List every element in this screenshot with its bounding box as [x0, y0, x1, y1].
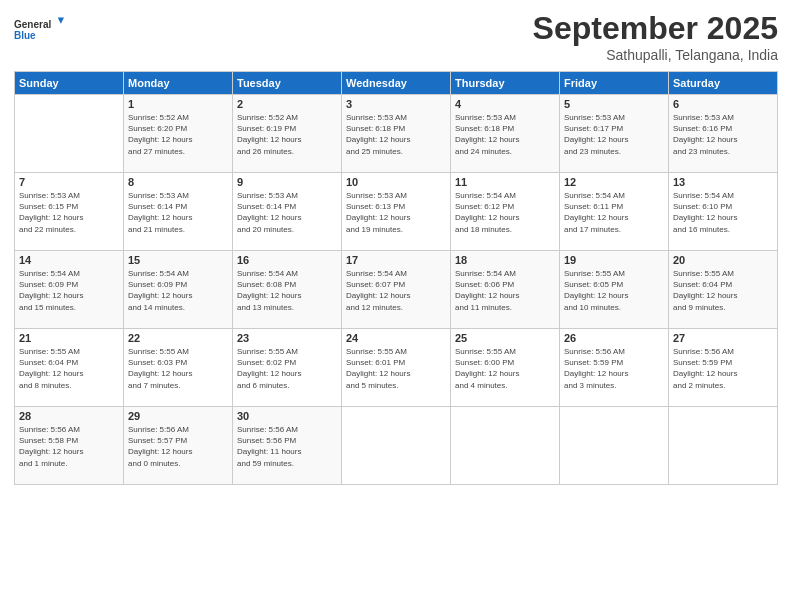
calendar-day-cell: [451, 407, 560, 485]
svg-text:Blue: Blue: [14, 30, 36, 41]
calendar-week-row: 21Sunrise: 5:55 AM Sunset: 6:04 PM Dayli…: [15, 329, 778, 407]
day-number: 2: [237, 98, 337, 110]
day-info: Sunrise: 5:53 AM Sunset: 6:14 PM Dayligh…: [128, 190, 228, 235]
calendar-day-cell: 14Sunrise: 5:54 AM Sunset: 6:09 PM Dayli…: [15, 251, 124, 329]
day-number: 6: [673, 98, 773, 110]
day-info: Sunrise: 5:53 AM Sunset: 6:18 PM Dayligh…: [455, 112, 555, 157]
calendar-day-cell: 5Sunrise: 5:53 AM Sunset: 6:17 PM Daylig…: [560, 95, 669, 173]
calendar-day-cell: 28Sunrise: 5:56 AM Sunset: 5:58 PM Dayli…: [15, 407, 124, 485]
day-info: Sunrise: 5:52 AM Sunset: 6:20 PM Dayligh…: [128, 112, 228, 157]
day-info: Sunrise: 5:53 AM Sunset: 6:17 PM Dayligh…: [564, 112, 664, 157]
day-number: 1: [128, 98, 228, 110]
day-number: 5: [564, 98, 664, 110]
calendar-day-cell: 4Sunrise: 5:53 AM Sunset: 6:18 PM Daylig…: [451, 95, 560, 173]
day-number: 14: [19, 254, 119, 266]
day-number: 10: [346, 176, 446, 188]
day-info: Sunrise: 5:55 AM Sunset: 6:05 PM Dayligh…: [564, 268, 664, 313]
day-info: Sunrise: 5:53 AM Sunset: 6:16 PM Dayligh…: [673, 112, 773, 157]
page-container: General Blue September 2025 Sathupalli, …: [0, 0, 792, 495]
calendar-day-cell: 7Sunrise: 5:53 AM Sunset: 6:15 PM Daylig…: [15, 173, 124, 251]
weekday-header: Wednesday: [342, 72, 451, 95]
day-info: Sunrise: 5:54 AM Sunset: 6:08 PM Dayligh…: [237, 268, 337, 313]
calendar-day-cell: [15, 95, 124, 173]
day-number: 17: [346, 254, 446, 266]
calendar-day-cell: 11Sunrise: 5:54 AM Sunset: 6:12 PM Dayli…: [451, 173, 560, 251]
day-info: Sunrise: 5:55 AM Sunset: 6:03 PM Dayligh…: [128, 346, 228, 391]
logo: General Blue: [14, 10, 64, 50]
calendar-day-cell: 8Sunrise: 5:53 AM Sunset: 6:14 PM Daylig…: [124, 173, 233, 251]
day-info: Sunrise: 5:52 AM Sunset: 6:19 PM Dayligh…: [237, 112, 337, 157]
day-info: Sunrise: 5:54 AM Sunset: 6:11 PM Dayligh…: [564, 190, 664, 235]
calendar-day-cell: 2Sunrise: 5:52 AM Sunset: 6:19 PM Daylig…: [233, 95, 342, 173]
title-block: September 2025 Sathupalli, Telangana, In…: [533, 10, 778, 63]
calendar-day-cell: 10Sunrise: 5:53 AM Sunset: 6:13 PM Dayli…: [342, 173, 451, 251]
day-number: 19: [564, 254, 664, 266]
day-number: 9: [237, 176, 337, 188]
day-number: 21: [19, 332, 119, 344]
calendar-day-cell: [560, 407, 669, 485]
day-number: 24: [346, 332, 446, 344]
day-info: Sunrise: 5:53 AM Sunset: 6:14 PM Dayligh…: [237, 190, 337, 235]
day-info: Sunrise: 5:55 AM Sunset: 6:04 PM Dayligh…: [19, 346, 119, 391]
day-number: 13: [673, 176, 773, 188]
calendar-day-cell: 17Sunrise: 5:54 AM Sunset: 6:07 PM Dayli…: [342, 251, 451, 329]
weekday-header: Monday: [124, 72, 233, 95]
day-info: Sunrise: 5:54 AM Sunset: 6:12 PM Dayligh…: [455, 190, 555, 235]
day-info: Sunrise: 5:54 AM Sunset: 6:09 PM Dayligh…: [19, 268, 119, 313]
calendar-day-cell: 22Sunrise: 5:55 AM Sunset: 6:03 PM Dayli…: [124, 329, 233, 407]
weekday-header: Friday: [560, 72, 669, 95]
day-info: Sunrise: 5:56 AM Sunset: 5:57 PM Dayligh…: [128, 424, 228, 469]
day-number: 30: [237, 410, 337, 422]
day-number: 15: [128, 254, 228, 266]
day-number: 4: [455, 98, 555, 110]
day-number: 27: [673, 332, 773, 344]
calendar-day-cell: 6Sunrise: 5:53 AM Sunset: 6:16 PM Daylig…: [669, 95, 778, 173]
calendar-day-cell: 3Sunrise: 5:53 AM Sunset: 6:18 PM Daylig…: [342, 95, 451, 173]
calendar-day-cell: 25Sunrise: 5:55 AM Sunset: 6:00 PM Dayli…: [451, 329, 560, 407]
calendar-day-cell: 26Sunrise: 5:56 AM Sunset: 5:59 PM Dayli…: [560, 329, 669, 407]
day-info: Sunrise: 5:55 AM Sunset: 6:01 PM Dayligh…: [346, 346, 446, 391]
day-info: Sunrise: 5:56 AM Sunset: 5:56 PM Dayligh…: [237, 424, 337, 469]
calendar-week-row: 14Sunrise: 5:54 AM Sunset: 6:09 PM Dayli…: [15, 251, 778, 329]
calendar-day-cell: 20Sunrise: 5:55 AM Sunset: 6:04 PM Dayli…: [669, 251, 778, 329]
day-number: 29: [128, 410, 228, 422]
calendar-week-row: 28Sunrise: 5:56 AM Sunset: 5:58 PM Dayli…: [15, 407, 778, 485]
logo-svg: General Blue: [14, 10, 64, 50]
day-info: Sunrise: 5:56 AM Sunset: 5:58 PM Dayligh…: [19, 424, 119, 469]
calendar-day-cell: [342, 407, 451, 485]
location: Sathupalli, Telangana, India: [533, 47, 778, 63]
day-info: Sunrise: 5:56 AM Sunset: 5:59 PM Dayligh…: [564, 346, 664, 391]
svg-text:General: General: [14, 19, 51, 30]
svg-marker-2: [58, 18, 64, 24]
calendar-week-row: 7Sunrise: 5:53 AM Sunset: 6:15 PM Daylig…: [15, 173, 778, 251]
day-info: Sunrise: 5:55 AM Sunset: 6:04 PM Dayligh…: [673, 268, 773, 313]
calendar-day-cell: 23Sunrise: 5:55 AM Sunset: 6:02 PM Dayli…: [233, 329, 342, 407]
day-number: 18: [455, 254, 555, 266]
calendar-day-cell: 24Sunrise: 5:55 AM Sunset: 6:01 PM Dayli…: [342, 329, 451, 407]
calendar-day-cell: 16Sunrise: 5:54 AM Sunset: 6:08 PM Dayli…: [233, 251, 342, 329]
calendar-day-cell: 12Sunrise: 5:54 AM Sunset: 6:11 PM Dayli…: [560, 173, 669, 251]
day-info: Sunrise: 5:53 AM Sunset: 6:18 PM Dayligh…: [346, 112, 446, 157]
calendar-day-cell: 13Sunrise: 5:54 AM Sunset: 6:10 PM Dayli…: [669, 173, 778, 251]
day-info: Sunrise: 5:54 AM Sunset: 6:06 PM Dayligh…: [455, 268, 555, 313]
day-number: 3: [346, 98, 446, 110]
calendar-week-row: 1Sunrise: 5:52 AM Sunset: 6:20 PM Daylig…: [15, 95, 778, 173]
day-info: Sunrise: 5:54 AM Sunset: 6:10 PM Dayligh…: [673, 190, 773, 235]
day-info: Sunrise: 5:53 AM Sunset: 6:15 PM Dayligh…: [19, 190, 119, 235]
calendar-day-cell: 21Sunrise: 5:55 AM Sunset: 6:04 PM Dayli…: [15, 329, 124, 407]
weekday-header: Saturday: [669, 72, 778, 95]
header: General Blue September 2025 Sathupalli, …: [14, 10, 778, 63]
calendar-day-cell: 9Sunrise: 5:53 AM Sunset: 6:14 PM Daylig…: [233, 173, 342, 251]
day-info: Sunrise: 5:56 AM Sunset: 5:59 PM Dayligh…: [673, 346, 773, 391]
day-number: 23: [237, 332, 337, 344]
day-info: Sunrise: 5:55 AM Sunset: 6:02 PM Dayligh…: [237, 346, 337, 391]
weekday-header: Tuesday: [233, 72, 342, 95]
day-number: 12: [564, 176, 664, 188]
weekday-header: Thursday: [451, 72, 560, 95]
day-number: 25: [455, 332, 555, 344]
weekday-header: Sunday: [15, 72, 124, 95]
calendar-day-cell: 29Sunrise: 5:56 AM Sunset: 5:57 PM Dayli…: [124, 407, 233, 485]
day-info: Sunrise: 5:54 AM Sunset: 6:09 PM Dayligh…: [128, 268, 228, 313]
day-number: 20: [673, 254, 773, 266]
day-number: 22: [128, 332, 228, 344]
